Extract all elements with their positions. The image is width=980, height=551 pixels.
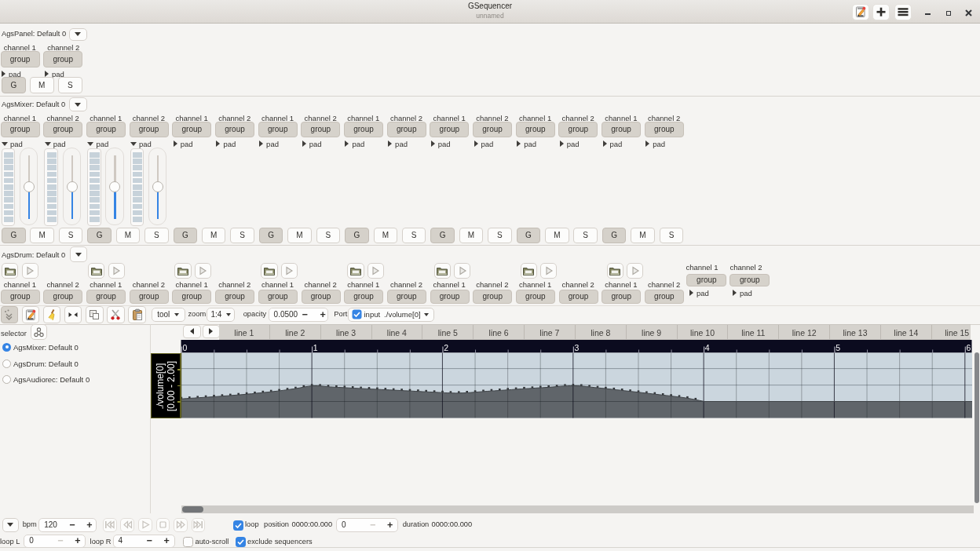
svg-text:6: 6: [967, 343, 971, 352]
svg-text:0: 0: [183, 343, 188, 352]
svg-text:3: 3: [575, 343, 580, 352]
svg-text:./volume[0]: ./volume[0]: [155, 363, 166, 409]
svg-text:[0.00 - 2.00]: [0.00 - 2.00]: [166, 361, 177, 411]
svg-text:4: 4: [705, 343, 710, 352]
svg-text:5: 5: [836, 343, 840, 352]
svg-text:1: 1: [313, 343, 318, 352]
svg-text:2: 2: [444, 343, 448, 352]
